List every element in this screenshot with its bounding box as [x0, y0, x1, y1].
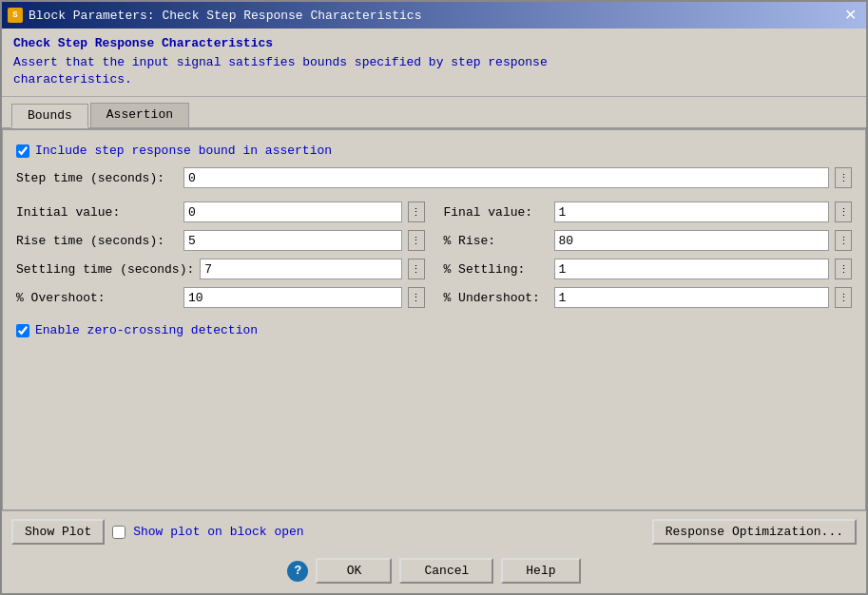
pct-undershoot-input[interactable] [554, 287, 830, 308]
pct-rise-label: % Rise: [444, 234, 549, 248]
include-step-label: Include step response bound in assertion [35, 144, 332, 158]
pct-undershoot-row: % Undershoot: ⋮ [444, 287, 853, 308]
help-button[interactable]: Help [501, 558, 580, 584]
initial-value-label: Initial value: [16, 205, 178, 220]
settling-time-dots-button[interactable]: ⋮ [408, 259, 425, 279]
settling-time-label: Settling time (seconds): [16, 262, 194, 277]
show-plot-on-open-checkbox[interactable] [112, 526, 125, 539]
fields-grid: Initial value: ⋮ Final value: ⋮ Rise tim… [16, 202, 852, 308]
pct-undershoot-dots-button[interactable]: ⋮ [835, 287, 852, 308]
pct-overshoot-label: % Overshoot: [16, 291, 178, 305]
header-title: Check Step Response Characteristics [13, 36, 855, 50]
rise-time-row: Rise time (seconds): ⋮ [16, 230, 425, 251]
final-value-label: Final value: [444, 205, 549, 220]
pct-rise-dots-button[interactable]: ⋮ [835, 230, 852, 251]
main-window: S Block Parameters: Check Step Response … [0, 0, 868, 595]
zero-crossing-row: Enable zero-crossing detection [16, 323, 852, 337]
cancel-button[interactable]: Cancel [399, 558, 493, 584]
main-panel: Include step response bound in assertion… [2, 129, 866, 510]
show-plot-button[interactable]: Show Plot [11, 519, 105, 545]
step-time-input[interactable] [183, 167, 829, 188]
initial-value-row: Initial value: ⋮ [16, 202, 425, 222]
show-plot-on-open-label: Show plot on block open [133, 525, 303, 539]
step-time-row: Step time (seconds): ⋮ [16, 167, 852, 188]
pct-settling-label: % Settling: [444, 262, 549, 277]
settling-time-row: Settling time (seconds): ⋮ [16, 259, 425, 279]
pct-rise-input[interactable] [554, 230, 830, 251]
final-value-dots-button[interactable]: ⋮ [835, 202, 852, 222]
header-description: Assert that the input signal satisfies b… [13, 54, 855, 88]
initial-value-input[interactable] [183, 202, 402, 222]
final-value-input[interactable] [554, 202, 830, 222]
pct-overshoot-dots-button[interactable]: ⋮ [408, 287, 425, 308]
tabs-row: Bounds Assertion [2, 97, 866, 129]
bottom-bar-left: Show Plot Show plot on block open [11, 519, 304, 545]
pct-rise-row: % Rise: ⋮ [444, 230, 853, 251]
help-icon-button[interactable]: ? [287, 561, 308, 582]
rise-time-dots-button[interactable]: ⋮ [408, 230, 425, 251]
action-buttons-bar: ? OK Cancel Help [2, 552, 866, 593]
close-button[interactable]: ✕ [840, 8, 860, 23]
include-step-checkbox[interactable] [16, 144, 29, 158]
tab-bounds[interactable]: Bounds [11, 104, 88, 128]
zero-crossing-label: Enable zero-crossing detection [35, 323, 258, 337]
rise-time-label: Rise time (seconds): [16, 234, 178, 248]
zero-crossing-checkbox[interactable] [16, 324, 29, 337]
rise-time-input[interactable] [183, 230, 402, 251]
pct-settling-row: % Settling: ⋮ [444, 259, 853, 279]
window-title: Block Parameters: Check Step Response Ch… [29, 9, 421, 23]
ok-button[interactable]: OK [316, 558, 392, 584]
pct-settling-input[interactable] [554, 259, 830, 279]
title-bar: S Block Parameters: Check Step Response … [2, 2, 866, 29]
header-desc-line2: characteristics. [13, 72, 132, 86]
pct-settling-dots-button[interactable]: ⋮ [835, 259, 852, 279]
response-optimization-button[interactable]: Response Optimization... [652, 519, 857, 545]
pct-overshoot-row: % Overshoot: ⋮ [16, 287, 425, 308]
header-desc-line1: Assert that the input signal satisfies b… [13, 55, 548, 69]
initial-value-dots-button[interactable]: ⋮ [408, 202, 425, 222]
settling-time-input[interactable] [200, 259, 401, 279]
pct-undershoot-label: % Undershoot: [444, 291, 549, 305]
bottom-bar: Show Plot Show plot on block open Respon… [2, 510, 866, 552]
tab-assertion[interactable]: Assertion [90, 103, 189, 127]
title-bar-left: S Block Parameters: Check Step Response … [8, 8, 421, 23]
step-time-label: Step time (seconds): [16, 171, 178, 185]
step-time-dots-button[interactable]: ⋮ [835, 167, 852, 188]
final-value-row: Final value: ⋮ [444, 202, 853, 222]
include-step-row: Include step response bound in assertion [16, 144, 852, 158]
window-icon: S [8, 8, 23, 23]
pct-overshoot-input[interactable] [183, 287, 402, 308]
header-section: Check Step Response Characteristics Asse… [2, 29, 866, 97]
